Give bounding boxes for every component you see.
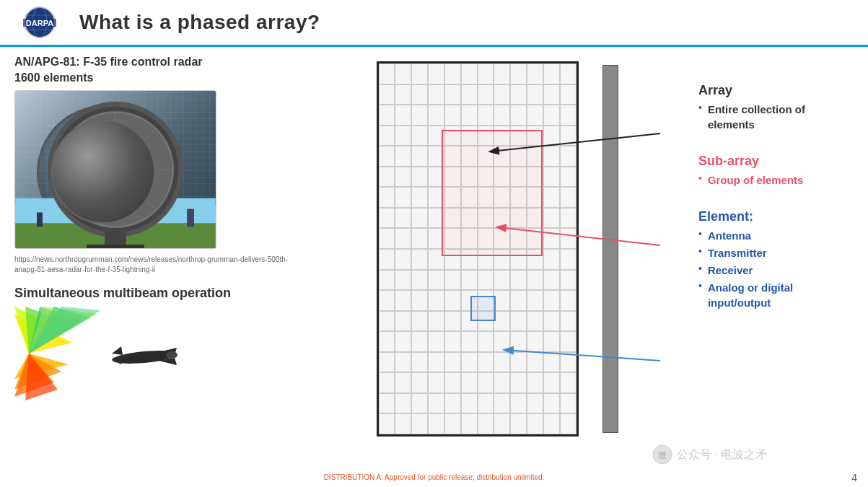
- grid-cell: [379, 331, 395, 352]
- grid-cell: [444, 146, 461, 167]
- grid-cell: [494, 270, 510, 291]
- grid-cell: [379, 393, 395, 414]
- grid-cell: [510, 228, 527, 249]
- grid-cell: [395, 311, 411, 332]
- svg-line-17: [75, 128, 157, 210]
- grid-cell: [478, 331, 494, 352]
- grid-cell: [478, 187, 494, 208]
- grid-cell: [527, 393, 543, 414]
- grid-cell: [428, 413, 444, 434]
- grid-cell: [560, 331, 577, 352]
- distribution-text: DISTRIBUTION A: Approved for public rele…: [324, 473, 545, 481]
- grid-cell: [379, 270, 395, 291]
- grid-cell: [510, 352, 527, 373]
- element-bullet-text-2: Transmitter: [708, 245, 767, 260]
- grid-cell: [428, 372, 444, 393]
- grid-cell: [411, 270, 428, 291]
- grid-cell: [510, 105, 527, 126]
- grid-cell: [478, 126, 494, 146]
- subarray-bullet-dot: •: [698, 172, 702, 184]
- grid-cell: [510, 126, 527, 146]
- grid-cell: [444, 187, 461, 208]
- multibeam-image: [14, 307, 216, 400]
- grid-cell: [527, 413, 543, 434]
- grid-cell: [494, 208, 510, 229]
- grid-cell: [395, 228, 411, 249]
- grid-cell: [444, 270, 461, 291]
- grid-cell: [494, 290, 510, 311]
- grid-cell: [411, 331, 428, 352]
- grid-cell: [510, 393, 527, 414]
- array-bullet-dot: •: [698, 102, 702, 113]
- svg-rect-22: [37, 212, 43, 227]
- grid-cell: [543, 167, 560, 188]
- grid-cell: [411, 290, 428, 311]
- grid-cell: [461, 167, 478, 188]
- grid-cell: [428, 126, 444, 146]
- subarray-bullet-text: Group of elements: [708, 172, 804, 188]
- grid-cell: [494, 352, 510, 373]
- grid-cell: [527, 167, 543, 188]
- grid-cell: [444, 331, 461, 352]
- grid-cell: [560, 187, 577, 208]
- grid-cell: [428, 208, 444, 229]
- grid-cell: [395, 105, 411, 126]
- grid-cell: [444, 413, 461, 434]
- array-bullet-text: Entire collection of elements: [708, 102, 854, 132]
- grid-cell: [428, 187, 444, 208]
- grid-cell: [543, 352, 560, 373]
- grid-cell: [395, 352, 411, 373]
- grid-cell: [543, 393, 560, 414]
- grid-cell: [560, 311, 577, 332]
- grid-cell: [560, 228, 577, 249]
- grid-cell: [510, 311, 527, 332]
- grid-cell: [478, 270, 494, 291]
- grid-cell: [411, 352, 428, 373]
- element-bullet-dot-4: •: [698, 280, 702, 291]
- grid-cell: [543, 228, 560, 249]
- grid-cell: [478, 311, 494, 332]
- grid-cell: [461, 413, 478, 434]
- grid-cell: [444, 167, 461, 188]
- array-diagram: [377, 61, 600, 444]
- grid-cell: [543, 331, 560, 352]
- grid-cell: [444, 105, 461, 126]
- grid-cell: [510, 63, 527, 84]
- grid-cell: [478, 84, 494, 105]
- center-column: [289, 54, 688, 480]
- grid-cell: [395, 249, 411, 270]
- grid-cell: [510, 146, 527, 167]
- grid-cell: [478, 208, 494, 229]
- grid-cell: [411, 393, 428, 414]
- grid-cell: [379, 352, 395, 373]
- grid-cell: [543, 63, 560, 84]
- grid-cell: [379, 187, 395, 208]
- grid-cell: [478, 105, 494, 126]
- multibeam-title: Simultaneous multibeam operation: [14, 286, 289, 301]
- grid-cell: [411, 146, 428, 167]
- grid-cell: [527, 187, 543, 208]
- grid-cell: [444, 63, 461, 84]
- grid-cell: [510, 208, 527, 229]
- element-bullet-dot-3: •: [698, 263, 702, 274]
- grid-cell: [543, 372, 560, 393]
- radar-title: AN/APG-81: F-35 fire control radar 1600 …: [14, 54, 289, 87]
- array-label-title: Array: [698, 83, 854, 98]
- grid-cell: [560, 352, 577, 373]
- grid-cell: [478, 372, 494, 393]
- grid-cell: [444, 290, 461, 311]
- grid-cell: [428, 352, 444, 373]
- grid-cell: [428, 63, 444, 84]
- grid-cell: [428, 146, 444, 167]
- grid-cell: [461, 290, 478, 311]
- svg-point-18: [76, 130, 155, 209]
- element-label-title: Element:: [698, 209, 854, 224]
- grid-cell: [379, 105, 395, 126]
- grid-cell: [560, 84, 577, 105]
- svg-marker-37: [112, 346, 123, 355]
- array-side-panel: [602, 65, 618, 433]
- grid-cell: [527, 331, 543, 352]
- svg-line-16: [75, 128, 157, 210]
- grid-cell: [395, 270, 411, 291]
- grid-cell: [444, 352, 461, 373]
